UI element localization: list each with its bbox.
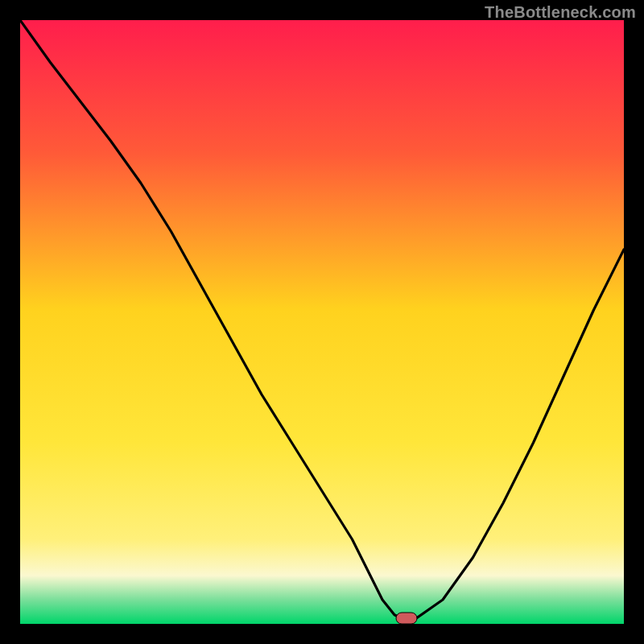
watermark-text: TheBottleneck.com xyxy=(485,3,636,22)
plot-svg xyxy=(20,20,624,624)
gradient-background xyxy=(20,20,624,624)
chart-frame: TheBottleneck.com xyxy=(0,0,644,644)
plot-area xyxy=(20,20,624,624)
optimum-marker xyxy=(396,613,417,624)
